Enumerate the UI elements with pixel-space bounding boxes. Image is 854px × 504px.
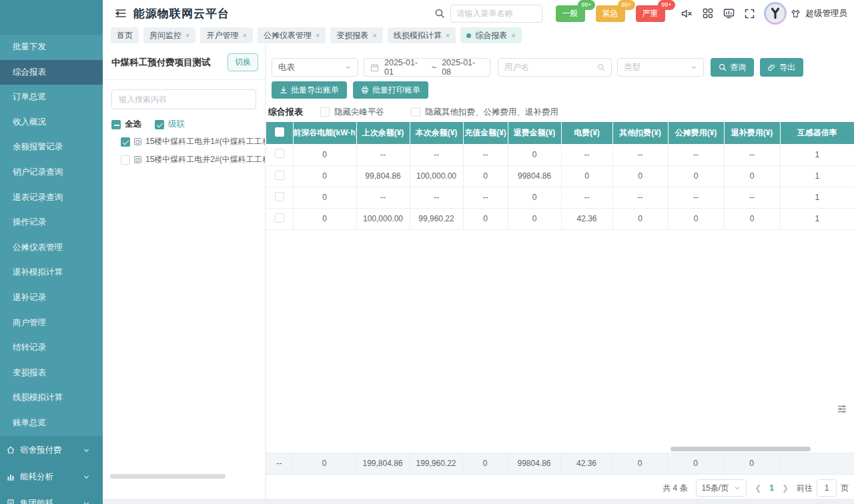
table-cell: -- [668, 187, 724, 208]
chevron-down-icon [83, 447, 95, 454]
switch-project-button[interactable]: 切换 [228, 53, 258, 71]
table-horizontal-scrollbar[interactable] [671, 447, 811, 451]
tab-close-icon[interactable]: × [372, 32, 376, 39]
alarm-badge[interactable]: 紧急99+ [596, 5, 625, 22]
tab[interactable]: 房间监控× [143, 27, 195, 43]
summary-cell: 0 [668, 453, 724, 474]
column-header: 电费(¥) [561, 122, 612, 144]
goto-page-input[interactable] [817, 479, 837, 497]
sidebar-item-link[interactable]: 销户记录查询 [0, 160, 103, 185]
tab-close-icon[interactable]: × [316, 32, 320, 39]
menu-search-input[interactable] [450, 5, 542, 23]
tab[interactable]: 线损模拟计算× [388, 27, 456, 43]
sidebar-item-link[interactable]: 操作记录 [0, 210, 103, 235]
sidebar-item-link[interactable]: 商户管理 [0, 311, 103, 336]
tab-active[interactable]: 综合报表× [460, 27, 521, 43]
alarm-badge[interactable]: 严重99+ [636, 5, 665, 22]
column-header: 其他扣费(¥) [612, 122, 668, 144]
batch-export-label: 批量导出账单 [291, 85, 339, 96]
page-size-value: 15条/页 [702, 483, 729, 494]
tree-horizontal-scrollbar[interactable] [110, 474, 226, 479]
clothes-icon[interactable] [791, 9, 801, 19]
row-checkbox[interactable] [275, 192, 284, 201]
monitor-icon[interactable] [723, 8, 735, 19]
cascade-checkbox[interactable] [155, 120, 164, 129]
date-range-picker[interactable]: 2025-01-01 ~ 2025-01-08 [364, 58, 490, 77]
next-page-icon[interactable]: ❯ [782, 483, 789, 493]
summary-row: --0199,804.86199,960.22099804.8642.36000 [266, 453, 854, 475]
type-select[interactable]: 类型 [617, 58, 704, 77]
sidebar-group[interactable]: 宿舍预付费 [0, 437, 103, 463]
table-cell: 0 [463, 165, 508, 187]
tree-item[interactable]: 15楼中煤科工电井1#(中煤科工工程咨询 [103, 133, 265, 151]
sidebar-item-link[interactable]: 变损报表 [0, 361, 103, 386]
tab-close-icon[interactable]: × [446, 32, 450, 39]
avatar-logo [766, 4, 785, 23]
sidebar-item-link[interactable]: 线损模拟计算 [0, 385, 103, 411]
hide-peak-option[interactable]: 隐藏尖峰平谷 [320, 107, 384, 118]
sidebar-item-link[interactable]: 批量下发 [0, 35, 103, 60]
sidebar-item-link[interactable]: 退表记录查询 [0, 185, 103, 211]
tree-item-checkbox[interactable] [121, 137, 130, 147]
tab[interactable]: 开户管理× [200, 27, 252, 43]
tab[interactable]: 公摊仪表管理× [258, 27, 326, 43]
tab-close-icon[interactable]: × [242, 32, 246, 39]
hide-other-checkbox[interactable] [411, 107, 420, 117]
sidebar-groups: 宿舍预付费能耗分析集团能耗 [0, 437, 103, 504]
table-cell: 0 [668, 208, 724, 229]
tree-item[interactable]: 15楼中煤科工电井2#(中煤科工工程咨询 [103, 151, 265, 169]
column-header: 公摊费用(¥) [668, 122, 724, 144]
select-all-label: 全选 [125, 119, 141, 130]
table-cell: 0 [612, 165, 668, 187]
export-button[interactable]: 导出 [760, 58, 803, 77]
tab-close-icon[interactable]: × [185, 32, 189, 39]
row-checkbox[interactable] [275, 171, 284, 180]
batch-export-button[interactable]: 批量导出账单 [272, 81, 347, 99]
prev-page-icon[interactable]: ❮ [755, 483, 761, 493]
column-settings-icon[interactable] [837, 405, 847, 413]
project-panel-header: 中煤科工预付费项目测试 切换 [103, 44, 265, 80]
meter-type-select[interactable]: 电表 [272, 58, 358, 77]
tree-list: 15楼中煤科工电井1#(中煤科工工程咨询15楼中煤科工电井2#(中煤科工工程咨询 [103, 133, 265, 169]
tab-label: 变损报表 [336, 30, 368, 41]
sidebar-group[interactable]: 集团能耗 [0, 490, 103, 504]
sidebar-item-link[interactable]: 退补记录 [0, 285, 103, 311]
cascade-control[interactable]: 级联 [155, 119, 185, 130]
avatar[interactable] [764, 2, 787, 25]
query-button[interactable]: 查询 [711, 58, 754, 77]
grid-icon[interactable] [703, 8, 713, 19]
batch-print-button[interactable]: 批量打印账单 [353, 81, 428, 99]
tab[interactable]: 首页 [111, 27, 139, 43]
sidebar-item-link[interactable]: 结转记录 [0, 335, 103, 361]
select-all-checkbox[interactable] [111, 120, 121, 129]
tree-search-input[interactable] [111, 89, 256, 109]
row-checkbox[interactable] [275, 213, 284, 223]
sidebar-item-link[interactable]: 余额报警记录 [0, 135, 103, 160]
hide-peak-checkbox[interactable] [320, 107, 330, 117]
select-all-control[interactable]: 全选 [111, 119, 141, 130]
fullscreen-icon[interactable] [745, 9, 755, 19]
tree-item-checkbox[interactable] [121, 155, 130, 165]
select-all-rows-checkbox[interactable] [275, 127, 284, 137]
page-size-select[interactable]: 15条/页 [696, 479, 747, 497]
row-checkbox[interactable] [275, 149, 284, 158]
current-page[interactable]: 1 [769, 483, 774, 493]
alarm-badge[interactable]: 一般99+ [556, 5, 585, 22]
sidebar-item-active[interactable]: 综合报表 [0, 60, 103, 85]
sidebar-item-link[interactable]: 公摊仪表管理 [0, 235, 103, 261]
sidebar-item-link[interactable]: 收入概况 [0, 110, 103, 135]
mute-icon[interactable] [681, 9, 693, 19]
tab-close-icon[interactable]: × [511, 32, 515, 39]
search-icon[interactable] [434, 8, 445, 19]
table-row: 0100,000.0099,960.220042.360001 [266, 208, 854, 229]
sidebar-item-link[interactable]: 退补模拟计算 [0, 260, 103, 285]
sidebar-item-link[interactable]: 账单总览 [0, 411, 103, 436]
collapse-menu-icon[interactable] [115, 8, 127, 19]
sidebar-item-link[interactable]: 订单总览 [0, 85, 103, 110]
username-filter-input[interactable]: 用户名 [498, 58, 612, 77]
goto-label: 前往 [797, 483, 813, 494]
hide-other-option[interactable]: 隐藏其他扣费、公摊费用、退补费用 [411, 107, 558, 118]
project-panel: 中煤科工预付费项目测试 切换 全选 级联 15楼中煤科工电井1#(中煤科工工程咨… [103, 44, 265, 504]
sidebar-group[interactable]: 能耗分析 [0, 463, 103, 490]
tab[interactable]: 变损报表× [330, 27, 382, 43]
